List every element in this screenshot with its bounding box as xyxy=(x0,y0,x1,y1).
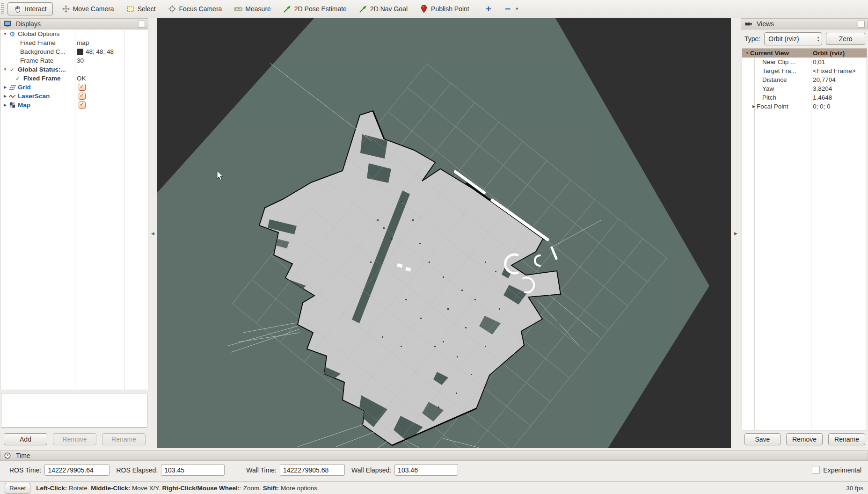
rename-button[interactable]: Rename xyxy=(828,433,865,445)
selection-box-icon xyxy=(126,5,135,13)
expander-icon[interactable] xyxy=(751,104,757,109)
tool-label: Select xyxy=(138,5,156,13)
displays-panel-header[interactable]: Displays xyxy=(0,18,148,29)
display-name: LaserScan xyxy=(18,93,50,100)
property-description-box xyxy=(1,393,147,428)
zero-button[interactable]: Zero xyxy=(826,33,865,45)
property-value[interactable]: 30 xyxy=(77,57,84,64)
property-value[interactable]: 0; 0; 0 xyxy=(813,103,831,110)
experimental-checkbox[interactable] xyxy=(812,466,820,474)
tree-row-pitch[interactable]: Pitch 1,4648 xyxy=(742,93,867,102)
expander-icon[interactable] xyxy=(2,67,8,72)
expander-icon[interactable] xyxy=(744,51,750,55)
wall-elapsed-field: Wall Elapsed: xyxy=(351,464,458,476)
green-arrow-icon xyxy=(283,5,292,13)
wall-time-input[interactable] xyxy=(280,464,345,476)
remove-tool-button[interactable] xyxy=(505,5,519,13)
property-value[interactable]: 3,8204 xyxy=(813,85,832,92)
help-text: Left-Click: Rotate. Middle-Click: Move X… xyxy=(36,485,319,492)
panel-float-button[interactable] xyxy=(858,21,865,28)
wall-time-field: Wall Time: xyxy=(246,464,345,476)
remove-button[interactable]: Remove xyxy=(786,433,823,445)
panel-title: Displays xyxy=(16,20,41,28)
tree-row-laserscan-display[interactable]: LaserScan xyxy=(0,92,148,101)
tool-publish-point[interactable]: Publish Point xyxy=(420,5,469,13)
reset-button[interactable]: Reset xyxy=(5,483,30,494)
property-label: Fixed Frame xyxy=(20,39,56,46)
tree-row-fixed-frame-status[interactable]: Fixed Frame OK xyxy=(0,74,148,83)
property-value[interactable]: map xyxy=(77,39,89,46)
view-type-row: Type: Orbit (rviz) ▲▼ Zero xyxy=(741,29,868,48)
views-buttons: Save Remove Rename xyxy=(741,430,868,448)
remove-button[interactable]: Remove xyxy=(53,433,96,445)
tool-label: 2D Nav Goal xyxy=(370,5,408,13)
views-panel-header[interactable]: Views xyxy=(741,18,868,29)
view-type-dropdown[interactable]: Orbit (rviz) ▲▼ xyxy=(764,32,822,45)
left-panel-collapse-strip[interactable]: ◀ xyxy=(148,18,157,448)
tool-focus-camera[interactable]: Focus Camera xyxy=(168,5,222,13)
gear-icon xyxy=(8,30,16,37)
laserscan-icon xyxy=(8,93,16,100)
tree-row-target-frame[interactable]: Target Fra... <Fixed Frame> xyxy=(742,66,867,75)
tree-row-focal-point[interactable]: Focal Point 0; 0; 0 xyxy=(742,102,867,111)
property-value: 48; 48; 48 xyxy=(86,48,114,55)
ros-time-field: ROS Time: xyxy=(9,464,109,476)
plus-icon xyxy=(486,5,491,13)
fps-counter: 30 fps xyxy=(846,485,863,492)
panel-float-button[interactable] xyxy=(138,21,145,28)
add-button[interactable]: Add xyxy=(4,433,47,445)
add-tool-button[interactable] xyxy=(486,5,491,13)
ros-elapsed-input[interactable] xyxy=(161,464,225,476)
expander-icon[interactable] xyxy=(2,85,8,89)
right-panel-collapse-strip[interactable]: ▶ xyxy=(731,18,741,448)
field-label: ROS Time: xyxy=(9,466,41,474)
tree-row-global-status[interactable]: Global Status:... xyxy=(0,65,148,74)
tree-row-near-clip[interactable]: Near Clip ... 0,01 xyxy=(742,58,867,66)
enabled-checkbox[interactable] xyxy=(79,93,86,100)
experimental-toggle[interactable]: Experimental xyxy=(812,466,861,474)
property-value[interactable]: 0,01 xyxy=(813,58,825,65)
enabled-checkbox[interactable] xyxy=(79,84,86,91)
status-bar: Reset Left-Click: Rotate. Middle-Click: … xyxy=(0,481,868,494)
chevron-down-icon xyxy=(515,7,519,11)
property-value[interactable]: 20,7704 xyxy=(813,76,836,83)
hand-icon xyxy=(14,5,22,13)
tree-row-current-view[interactable]: Current View Orbit (rviz) xyxy=(742,49,867,58)
rviz-window: Interact Move Camera Select Focus Camera xyxy=(0,0,868,494)
tool-measure[interactable]: Measure xyxy=(234,5,270,13)
tree-row-map-display[interactable]: Map xyxy=(0,101,148,109)
tree-row-grid-display[interactable]: Grid xyxy=(0,83,148,92)
tool-select[interactable]: Select xyxy=(126,5,156,13)
expander-icon[interactable] xyxy=(2,103,8,107)
collapse-right-icon[interactable]: ▶ xyxy=(734,231,737,236)
save-button[interactable]: Save xyxy=(744,433,780,445)
tree-row-yaw[interactable]: Yaw 3,8204 xyxy=(742,84,867,93)
tool-interact[interactable]: Interact xyxy=(7,2,53,15)
tree-row-background-color[interactable]: Background C... 48; 48; 48 xyxy=(0,47,148,56)
expander-icon[interactable] xyxy=(2,94,8,98)
tool-label: Move Camera xyxy=(73,5,114,13)
collapse-left-icon[interactable]: ◀ xyxy=(151,231,154,236)
tool-2d-nav-goal[interactable]: 2D Nav Goal xyxy=(359,5,408,13)
tool-label: 2D Pose Estimate xyxy=(294,5,347,13)
time-panel-header[interactable]: Time xyxy=(0,450,868,461)
enabled-checkbox[interactable] xyxy=(79,102,86,109)
toolbar-grip[interactable] xyxy=(1,3,4,15)
tool-move-camera[interactable]: Move Camera xyxy=(62,5,114,13)
tree-row-global-options[interactable]: Global Options xyxy=(0,29,148,38)
spinner-icon[interactable]: ▲▼ xyxy=(814,35,820,43)
wall-elapsed-input[interactable] xyxy=(394,464,458,476)
ros-time-input[interactable] xyxy=(44,464,109,476)
property-value[interactable]: 1,4648 xyxy=(813,94,832,101)
expander-icon[interactable] xyxy=(2,32,8,36)
tree-row-fixed-frame[interactable]: Fixed Frame map xyxy=(0,38,148,47)
tool-2d-pose-estimate[interactable]: 2D Pose Estimate xyxy=(283,5,347,13)
rename-button[interactable]: Rename xyxy=(102,433,146,445)
ruler-icon xyxy=(234,5,242,13)
status-ok-icon xyxy=(14,75,22,82)
tree-row-frame-rate[interactable]: Frame Rate 30 xyxy=(0,56,148,65)
tree-row-distance[interactable]: Distance 20,7704 xyxy=(742,75,867,84)
status-ok-icon xyxy=(8,66,16,73)
3d-viewport[interactable] xyxy=(157,18,731,448)
property-value[interactable]: <Fixed Frame> xyxy=(813,67,856,74)
